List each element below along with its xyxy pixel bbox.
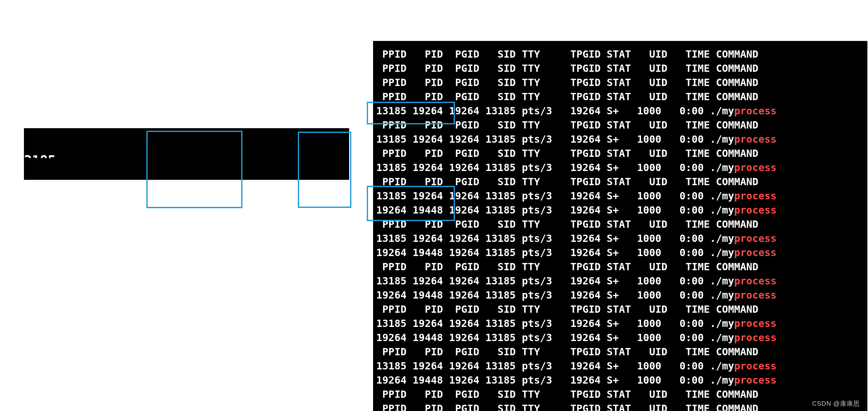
ps-header-row: PPID PID PGID SID TTY TPGID STAT UID TIM…: [376, 61, 867, 76]
ps-process-row-parent: 13185 19264 19264 13185 pts/3 19264 S+ 1…: [376, 274, 867, 288]
ps-header-row: PPID PID PGID SID TTY TPGID STAT UID TIM…: [376, 345, 867, 359]
ps-process-row-child: 19264 19448 19264 13185 pts/3 19264 S+ 1…: [376, 288, 867, 302]
highlight-box-left-id: [146, 131, 242, 208]
ps-header-row: PPID PID PGID SID TTY TPGID STAT UID TIM…: [376, 146, 867, 160]
ps-process-row-parent: 13185 19264 19264 13185 pts/3 19264 S+ 1…: [376, 232, 867, 246]
watermark-label: CSDN @康康思: [812, 399, 860, 408]
ps-process-row-child: 19264 19448 19264 13185 pts/3 19264 S+ 1…: [376, 331, 867, 345]
ps-header-row: PPID PID PGID SID TTY TPGID STAT UID TIM…: [376, 402, 867, 411]
ps-process-row-parent: 13185 19264 19264 13185 pts/3 19264 S+ 1…: [376, 359, 867, 373]
ps-process-row-child: 19264 19448 19264 13185 pts/3 19264 S+ 1…: [376, 373, 867, 387]
ps-header-row: PPID PID PGID SID TTY TPGID STAT UID TIM…: [376, 387, 867, 402]
right-terminal: process; sleep 1; done PPID PID PGID SID…: [373, 41, 867, 411]
ps-process-row-parent: 13185 19264 19264 13185 pts/3 19264 S+ 1…: [376, 317, 867, 331]
ps-header-row: PPID PID PGID SID TTY TPGID STAT UID TIM…: [376, 76, 867, 90]
ps-header-row: PPID PID PGID SID TTY TPGID STAT UID TIM…: [376, 260, 867, 274]
highlight-box-right-mid: [367, 186, 455, 221]
ps-process-row-parent: 13185 19264 19264 13185 pts/3 19264 S+ 1…: [376, 132, 867, 146]
ps-header-row: PPID PID PGID SID TTY TPGID STAT UID TIM…: [376, 302, 867, 317]
ps-process-row-parent: 13185 19264 19264 13185 pts/3 19264 S+ 1…: [376, 160, 867, 175]
highlight-box-right-top: [367, 102, 455, 124]
highlight-box-left-parentid: [298, 131, 351, 208]
ps-process-row-child: 19264 19448 19264 13185 pts/3 19264 S+ 1…: [376, 246, 867, 260]
ps-header-row: PPID PID PGID SID TTY TPGID STAT UID TIM…: [376, 47, 867, 61]
